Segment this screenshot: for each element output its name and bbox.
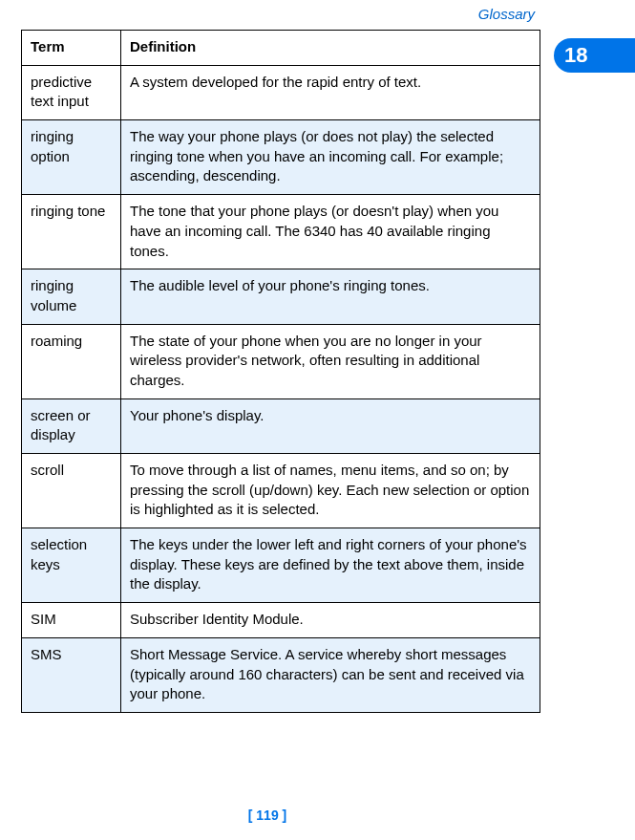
page: Glossary 18 Term Definition predictive t… bbox=[0, 0, 635, 840]
definition-cell: The state of your phone when you are no … bbox=[121, 324, 540, 398]
term-cell: scroll bbox=[22, 454, 121, 528]
definition-cell: The tone that your phone plays (or doesn… bbox=[121, 195, 540, 269]
term-cell: screen or display bbox=[22, 398, 121, 453]
definition-cell: The audible level of your phone's ringin… bbox=[121, 269, 540, 324]
header-term: Term bbox=[22, 31, 121, 66]
definition-cell: The way your phone plays (or does not pl… bbox=[121, 120, 540, 195]
chapter-tab: 18 bbox=[554, 38, 635, 73]
table-row: SIMSubscriber Identity Module. bbox=[22, 603, 540, 638]
table-row: ringing optionThe way your phone plays (… bbox=[22, 120, 540, 195]
table-row: selection keysThe keys under the lower l… bbox=[22, 528, 540, 603]
term-cell: SMS bbox=[22, 637, 121, 712]
table-row: ringing toneThe tone that your phone pla… bbox=[22, 195, 540, 269]
term-cell: ringing option bbox=[22, 120, 121, 195]
table-row: scrollTo move through a list of names, m… bbox=[22, 454, 540, 528]
definition-cell: The keys under the lower left and right … bbox=[121, 528, 540, 603]
section-header: Glossary bbox=[15, 6, 535, 22]
table-header-row: Term Definition bbox=[22, 31, 540, 66]
content-area: Term Definition predictive text inputA s… bbox=[21, 30, 540, 713]
term-cell: SIM bbox=[22, 603, 121, 638]
definition-cell: Your phone's display. bbox=[121, 398, 540, 453]
table-row: predictive text inputA system developed … bbox=[22, 65, 540, 119]
table-row: screen or displayYour phone's display. bbox=[22, 398, 540, 453]
header-definition: Definition bbox=[121, 31, 540, 66]
table-row: ringing volumeThe audible level of your … bbox=[22, 269, 540, 324]
term-cell: predictive text input bbox=[22, 65, 121, 119]
definition-cell: To move through a list of names, menu it… bbox=[121, 454, 540, 528]
definition-cell: Short Message Service. A service whereby… bbox=[121, 637, 540, 712]
term-cell: ringing tone bbox=[22, 195, 121, 269]
definition-cell: Subscriber Identity Module. bbox=[121, 603, 540, 638]
glossary-table: Term Definition predictive text inputA s… bbox=[21, 30, 540, 713]
term-cell: selection keys bbox=[22, 528, 121, 603]
table-row: roamingThe state of your phone when you … bbox=[22, 324, 540, 398]
term-cell: ringing volume bbox=[22, 269, 121, 324]
table-row: SMSShort Message Service. A service wher… bbox=[22, 637, 540, 712]
page-number: [ 119 ] bbox=[0, 808, 535, 823]
term-cell: roaming bbox=[22, 324, 121, 398]
definition-cell: A system developed for the rapid entry o… bbox=[121, 65, 540, 119]
